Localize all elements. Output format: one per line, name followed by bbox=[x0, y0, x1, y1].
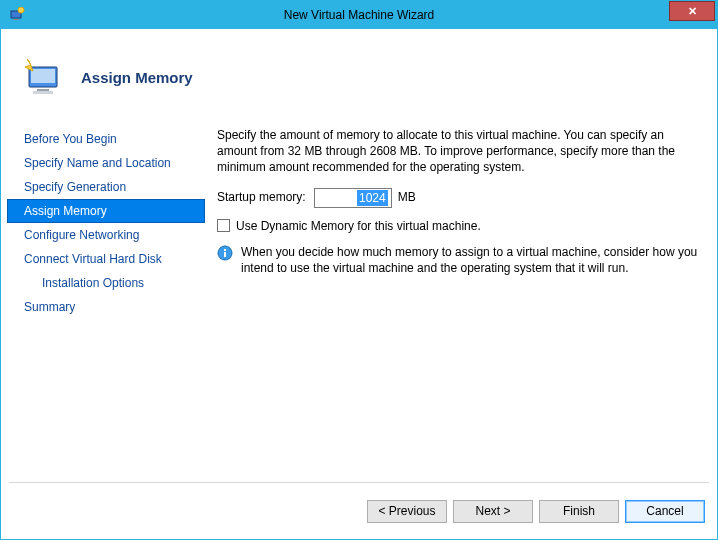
nav-before-you-begin[interactable]: Before You Begin bbox=[7, 127, 205, 151]
dynamic-memory-row[interactable]: Use Dynamic Memory for this virtual mach… bbox=[217, 218, 701, 234]
close-button[interactable]: ✕ bbox=[669, 1, 715, 21]
dynamic-memory-label: Use Dynamic Memory for this virtual mach… bbox=[236, 218, 481, 234]
svg-rect-4 bbox=[31, 69, 55, 83]
nav-installation-options[interactable]: Installation Options bbox=[7, 271, 205, 295]
nav-assign-memory[interactable]: Assign Memory bbox=[7, 199, 205, 223]
dynamic-memory-checkbox[interactable] bbox=[217, 219, 230, 232]
wizard-header-icon bbox=[19, 53, 67, 101]
app-icon bbox=[9, 7, 25, 23]
wizard-header: Assign Memory bbox=[1, 29, 717, 115]
svg-rect-5 bbox=[37, 89, 49, 91]
wizard-nav: Before You Begin Specify Name and Locati… bbox=[7, 115, 205, 478]
startup-memory-field-wrap: 1024 bbox=[314, 188, 392, 208]
nav-specify-name-location[interactable]: Specify Name and Location bbox=[7, 151, 205, 175]
startup-memory-input[interactable] bbox=[314, 188, 392, 208]
finish-button[interactable]: Finish bbox=[539, 500, 619, 523]
svg-rect-1 bbox=[13, 19, 19, 20]
svg-rect-6 bbox=[33, 91, 53, 94]
startup-memory-row: Startup memory: 1024 MB bbox=[217, 188, 701, 208]
next-button[interactable]: Next > bbox=[453, 500, 533, 523]
info-icon bbox=[217, 245, 233, 261]
nav-summary[interactable]: Summary bbox=[7, 295, 205, 319]
svg-rect-10 bbox=[224, 249, 226, 251]
startup-memory-label: Startup memory: bbox=[217, 189, 306, 205]
nav-connect-vhd[interactable]: Connect Virtual Hard Disk bbox=[7, 247, 205, 271]
svg-point-2 bbox=[18, 7, 24, 13]
close-icon: ✕ bbox=[688, 5, 697, 18]
wizard-window: New Virtual Machine Wizard ✕ Assign Memo… bbox=[0, 0, 718, 540]
startup-memory-unit: MB bbox=[398, 189, 416, 205]
wizard-body: Before You Begin Specify Name and Locati… bbox=[1, 115, 717, 478]
memory-description: Specify the amount of memory to allocate… bbox=[217, 127, 701, 176]
svg-marker-7 bbox=[25, 59, 33, 71]
cancel-button[interactable]: Cancel bbox=[625, 500, 705, 523]
window-title: New Virtual Machine Wizard bbox=[1, 8, 717, 22]
svg-rect-9 bbox=[224, 252, 226, 257]
previous-button[interactable]: < Previous bbox=[367, 500, 447, 523]
info-row: When you decide how much memory to assig… bbox=[217, 244, 701, 276]
titlebar: New Virtual Machine Wizard ✕ bbox=[1, 1, 717, 29]
wizard-footer: < Previous Next > Finish Cancel bbox=[1, 483, 717, 539]
nav-specify-generation[interactable]: Specify Generation bbox=[7, 175, 205, 199]
info-text: When you decide how much memory to assig… bbox=[241, 244, 701, 276]
wizard-content: Specify the amount of memory to allocate… bbox=[205, 115, 711, 478]
nav-configure-networking[interactable]: Configure Networking bbox=[7, 223, 205, 247]
page-title: Assign Memory bbox=[81, 69, 193, 86]
